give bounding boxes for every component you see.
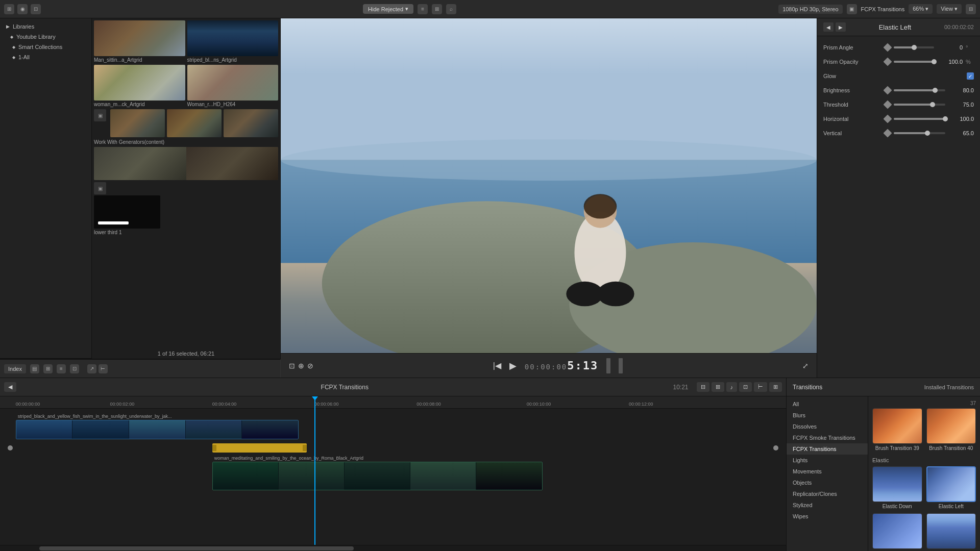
zoom-button[interactable]: 66% ▾ xyxy=(909,4,933,14)
trans-cat-fcpx-smoke[interactable]: FCPX Smoke Transitions xyxy=(787,432,868,443)
transition-handle-right[interactable] xyxy=(303,445,307,451)
media-item-woman-hd[interactable]: Woman_r...HD_H264 xyxy=(187,65,279,107)
trans-item-brush39[interactable]: Brush Transition 39 xyxy=(872,408,922,451)
param-control-brightness: 80.0 xyxy=(885,87,974,93)
go-to-start-button[interactable]: |◀ xyxy=(493,361,501,370)
fullscreen-button[interactable]: ⤢ xyxy=(802,362,808,370)
trans-cat-lights[interactable]: Lights xyxy=(787,455,868,466)
param-keyframe-brightness[interactable] xyxy=(884,86,892,95)
trans-cat-stylized[interactable]: Stylized xyxy=(787,499,868,511)
timeline-zoom-in-button[interactable]: ⊞ xyxy=(712,382,724,392)
grid-view-icon[interactable]: ⊞ xyxy=(432,4,442,14)
trim-tool-icon[interactable]: ⊢ xyxy=(99,364,108,373)
inspector-panel: ◀ ▶ Elastic Left 00:00:02:02 Prism Angle xyxy=(817,18,980,378)
timeline-split-button[interactable]: ⊡ xyxy=(739,382,752,392)
installed-transitions-label: Installed Transitions xyxy=(924,384,974,390)
trans-cat-wipes[interactable]: Wipes xyxy=(787,511,868,522)
trans-item-elastic-left[interactable]: Elastic Left xyxy=(926,466,976,509)
clip-appearance-button[interactable]: ⊡ xyxy=(289,362,295,370)
trans-item-elastic-right[interactable]: Elastic Right xyxy=(872,513,922,551)
timeline-prev-button[interactable]: ◀ xyxy=(4,382,16,392)
crop-button[interactable]: ⊘ xyxy=(307,362,313,370)
view-toggle-icon-3[interactable]: ≡ xyxy=(57,364,66,373)
timeline-scrollbar[interactable] xyxy=(0,545,786,551)
arrow-tool-icon[interactable]: ↗ xyxy=(87,364,96,373)
trans-cat-fcpx-transitions[interactable]: FCPX Transitions xyxy=(787,443,868,455)
sidebar-item-smart-collections[interactable]: ◆ Smart Collections xyxy=(0,42,91,52)
app-container: ⊞ ◉ ⊡ Hide Rejected ▾ ≡ ⊞ ⌕ 1080p HD 30p… xyxy=(0,0,980,551)
ruler-mark-2: 00:00:04:00 xyxy=(212,402,237,407)
transition-range-bar[interactable] xyxy=(212,443,307,453)
param-unit-prism-opacity: % xyxy=(966,59,974,65)
timeline-audio-button[interactable]: ♪ xyxy=(726,382,738,392)
transition-handle-left[interactable] xyxy=(212,445,216,451)
view-button[interactable]: View ▾ xyxy=(937,4,962,14)
trans-thumb-elastic-right xyxy=(872,513,922,549)
sidebar-item-youtube[interactable]: ◆ Youtube Library xyxy=(0,32,91,42)
trans-cat-movements[interactable]: Movements xyxy=(787,466,868,477)
inspector-next-button[interactable]: ▶ xyxy=(836,22,846,32)
transform-button[interactable]: ⊕ xyxy=(298,362,304,370)
clip-ocean-label: woman_meditating_and_smiling_by_the_ocea… xyxy=(212,455,543,462)
param-keyframe-prism-angle[interactable] xyxy=(884,43,892,52)
trans-cat-all[interactable]: All xyxy=(787,398,868,410)
app-icon-2[interactable]: ◉ xyxy=(17,4,28,14)
app-icon-3[interactable]: ⊡ xyxy=(31,4,41,14)
sidebar-item-libraries[interactable]: ▶ Libraries xyxy=(0,21,91,32)
trans-cat-replicator[interactable]: Replicator/Clones xyxy=(787,488,868,499)
search-icon[interactable]: ⌕ xyxy=(446,4,456,14)
param-slider-horizontal[interactable] xyxy=(894,118,945,120)
transitions-header: Transitions Installed Transitions xyxy=(787,378,980,396)
param-keyframe-prism-opacity[interactable] xyxy=(884,58,892,66)
app-icon-1[interactable]: ⊞ xyxy=(4,4,14,14)
resolution-button[interactable]: 1080p HD 30p, Stereo xyxy=(778,5,842,14)
elastic-transitions-grid: Elastic Down Elastic Left Elastic Right xyxy=(872,466,976,551)
clip-underwater[interactable]: striped_black_and_yellow_fish_swim_in_th… xyxy=(16,413,299,437)
param-slider-brightness[interactable] xyxy=(894,89,945,91)
trans-item-brush40[interactable]: Brush Transition 40 xyxy=(926,408,976,451)
param-slider-threshold[interactable] xyxy=(894,104,945,106)
media-item-woman-mock[interactable]: woman_m...ck_Artgrid xyxy=(94,65,185,107)
index-button[interactable]: Index xyxy=(4,364,26,373)
trans-cat-blurs[interactable]: Blurs xyxy=(787,410,868,421)
inspector-toggle-icon[interactable]: ⊟ xyxy=(966,4,976,14)
clip-ocean[interactable]: woman_meditating_and_smiling_by_the_ocea… xyxy=(212,455,543,489)
param-brightness: Brightness 80.0 xyxy=(817,83,980,97)
play-button[interactable]: ▶ xyxy=(509,360,517,371)
scrollbar-thumb[interactable] xyxy=(39,546,354,550)
trans-cat-objects[interactable]: Objects xyxy=(787,477,868,488)
media-item-striped[interactable]: striped_bl...ns_Artgrid xyxy=(187,20,279,63)
view-toggle-icon-2[interactable]: ⊞ xyxy=(43,364,53,373)
timeline-zoom-out-button[interactable]: ⊟ xyxy=(697,382,709,392)
media-item-gen-1[interactable] xyxy=(110,109,165,137)
timeline-title: FCPX Transitions xyxy=(321,384,369,391)
sidebar-item-all[interactable]: ◆ 1-All xyxy=(0,52,91,62)
hide-rejected-button[interactable]: Hide Rejected ▾ xyxy=(363,4,413,14)
view-toggle-icon-4[interactable]: ⊡ xyxy=(70,364,79,373)
media-item-lower-third[interactable]: ▣ lower third 1 xyxy=(94,182,160,235)
param-slider-vertical[interactable] xyxy=(894,132,945,134)
edit-tools: ↗ ⊢ xyxy=(87,364,108,373)
zoom-dropdown-icon: ▾ xyxy=(925,6,928,12)
view-toggle-icon-1[interactable]: ▤ xyxy=(30,364,39,373)
param-keyframe-vertical[interactable] xyxy=(884,129,892,138)
param-keyframe-horizontal[interactable] xyxy=(884,115,892,123)
timeline-settings-button[interactable]: ⊞ xyxy=(769,382,782,392)
param-slider-prism-angle[interactable] xyxy=(894,46,934,48)
monitor-icon[interactable]: ▣ xyxy=(847,4,857,14)
media-item-two-panel[interactable] xyxy=(94,147,278,180)
trans-cat-dissolves[interactable]: Dissolves xyxy=(787,421,868,432)
media-item-gen-2[interactable] xyxy=(167,109,222,137)
inspector-prev-button[interactable]: ◀ xyxy=(823,22,834,32)
media-item-gen-3[interactable] xyxy=(224,109,278,137)
trans-item-elastic-up[interactable]: Elastic Up xyxy=(926,513,976,551)
timeline-snap-button[interactable]: ⊢ xyxy=(754,382,767,392)
trans-item-elastic-down[interactable]: Elastic Down xyxy=(872,466,922,509)
param-slider-prism-opacity[interactable] xyxy=(894,61,934,63)
media-item-man-sitting[interactable]: Man_sittin...a_Artgrid xyxy=(94,20,185,63)
timeline-right-handle[interactable] xyxy=(773,445,778,450)
param-prism-angle: Prism Angle 0 ° xyxy=(817,40,980,55)
param-checkbox-glow[interactable]: ✓ xyxy=(967,72,974,80)
list-view-icon[interactable]: ≡ xyxy=(418,4,428,14)
param-keyframe-threshold[interactable] xyxy=(884,101,892,109)
